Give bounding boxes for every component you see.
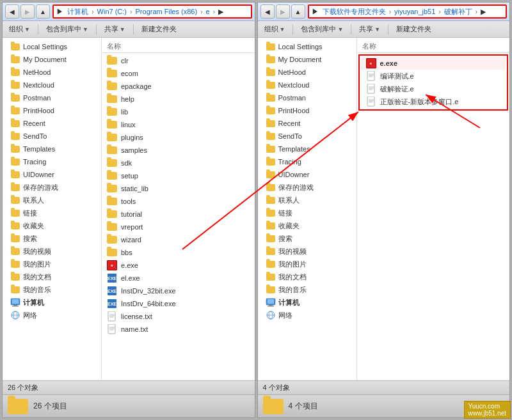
nav-pictures-left[interactable]: 我的图片 [3,258,101,270]
nav-documents-left[interactable]: 我的文档 [3,270,101,283]
nav-nextcloud-right[interactable]: Nextcloud [258,79,356,91]
file-crack-verify[interactable]: 破解验证.e [361,82,506,95]
address-text-right: ▶ 下载软件专用文件夹 › yiyuyan_jb51 › 破解补丁 › ▶ [312,7,486,17]
nav-search-right[interactable]: 搜索 [258,232,356,245]
nav-printhood-right[interactable]: PrintHood [258,104,356,117]
toolbar-share-left[interactable]: 共享 ▼ [102,23,128,35]
file-e-exe[interactable]: e e.exe [102,259,255,272]
nav-recent-left[interactable]: Recent [3,117,101,130]
forward-button-left[interactable]: ▶ [20,4,35,19]
file-static-lib[interactable]: static_lib [102,182,255,195]
nav-uidowner-left[interactable]: UIDowner [3,168,101,181]
nav-my-document-left[interactable]: My Document [3,53,101,66]
toolbar-library-left[interactable]: 包含到库中 ▼ [44,23,91,35]
file-instdrv32[interactable]: EXE InstDrv_32bit.exe [102,284,255,297]
file-ecom[interactable]: ecom [102,67,255,80]
svg-rect-13 [108,311,115,321]
file-bbs[interactable]: bbs [102,246,255,259]
nav-computer-right[interactable]: 计算机 [258,296,356,309]
file-license-verify[interactable]: 正版验证-新版本多窗口.e [361,95,506,108]
toolbar-newfolder-left[interactable]: 新建文件夹 [139,23,179,35]
nav-local-settings-left[interactable]: Local Settings [3,40,101,53]
nav-saved-games-right[interactable]: 保存的游戏 [258,181,356,194]
nav-network-right[interactable]: 网络 [258,309,356,322]
nav-favorites-right[interactable]: 收藏夹 [258,219,356,232]
file-e-exe-right[interactable]: e e.exe [361,57,506,70]
svg-rect-32 [367,84,374,93]
svg-rect-17 [108,324,115,334]
nav-nextcloud-left[interactable]: Nextcloud [3,79,101,91]
back-button-left[interactable]: ◀ [5,4,19,19]
nav-uidowner-right[interactable]: UIDowner [258,168,356,181]
nav-links-left[interactable]: 链接 [3,206,101,219]
toolbar-newfolder-right[interactable]: 新建文件夹 [394,23,434,35]
nav-templates-left[interactable]: Templates [3,143,101,155]
toolbar-library-right[interactable]: 包含到库中 ▼ [298,23,346,35]
file-el-exe[interactable]: EXE el.exe [102,272,255,284]
file-clr[interactable]: clr [102,54,255,67]
sep4 [292,24,293,35]
nav-favorites-left[interactable]: 收藏夹 [3,219,101,232]
nav-recent-right[interactable]: Recent [258,117,356,130]
forward-button-right[interactable]: ▶ [276,4,290,19]
nav-pane-left[interactable]: Local Settings My Document NetHood Nextc… [3,38,102,380]
nav-sendto-right[interactable]: SendTo [258,130,356,143]
file-epackage[interactable]: epackage [102,80,255,93]
file-tools[interactable]: tools [102,195,255,208]
nav-search-left[interactable]: 搜索 [3,232,101,245]
nav-tracing-right[interactable]: Tracing [258,155,356,168]
nav-music-right[interactable]: 我的音乐 [258,283,356,296]
file-help[interactable]: help [102,93,255,105]
bottom-area-left: 26 个项目 [3,394,255,417]
file-plugins[interactable]: plugins [102,131,255,144]
nav-my-document-right[interactable]: My Document [258,53,356,66]
nav-pictures-right[interactable]: 我的图片 [258,258,356,270]
nav-templates-right[interactable]: Templates [258,143,356,155]
file-tutorial[interactable]: tutorial [102,208,255,221]
nav-local-settings-right[interactable]: Local Settings [258,40,356,53]
status-bar-left: 26 个对象 [3,380,255,394]
toolbar-share-right[interactable]: 共享 ▼ [356,23,383,35]
nav-videos-right[interactable]: 我的视频 [258,245,356,258]
footer-text-right: 4 个项目 [289,401,318,412]
file-name[interactable]: name.txt [102,323,255,336]
file-lib[interactable]: lib [102,105,255,118]
nav-videos-left[interactable]: 我的视频 [3,245,101,258]
nav-network-left[interactable]: 网络 [3,309,101,322]
up-button-right[interactable]: ▲ [291,4,305,19]
nav-saved-games-left[interactable]: 保存的游戏 [3,181,101,194]
nav-contacts-left[interactable]: 联系人 [3,194,101,206]
nav-postman-left[interactable]: Postman [3,91,101,104]
up-button-left[interactable]: ▲ [36,4,50,19]
address-field-right[interactable]: ▶ 下载软件专用文件夹 › yiyuyan_jb51 › 破解补丁 › ▶ [308,4,508,19]
file-compile-test[interactable]: 编译测试.e [361,70,506,82]
file-license[interactable]: license.txt [102,310,255,323]
nav-nethood-left[interactable]: NetHood [3,66,101,79]
svg-text:EXE: EXE [108,276,116,281]
address-field-left[interactable]: ▶ 计算机 › Win7 (C:) › Program Files (x86) … [52,4,252,19]
file-setup[interactable]: setup [102,169,255,182]
toolbar-organize-right[interactable]: 组织 ▼ [262,23,288,35]
back-button-right[interactable]: ◀ [260,4,275,19]
file-linux[interactable]: linux [102,118,255,131]
file-wizard[interactable]: wizard [102,233,255,246]
nav-tracing-left[interactable]: Tracing [3,155,101,168]
file-vreport[interactable]: vreport [102,221,255,233]
nav-nethood-right[interactable]: NetHood [258,66,356,79]
nav-sendto-left[interactable]: SendTo [3,130,101,143]
nav-printhood-left[interactable]: PrintHood [3,104,101,117]
nav-contacts-right[interactable]: 联系人 [258,194,356,206]
file-instdrv64[interactable]: EXE InstDrv_64bit.exe [102,297,255,310]
nav-links-right[interactable]: 链接 [258,206,356,219]
file-list-header-right: 名称 [357,40,510,53]
nav-pane-right[interactable]: Local Settings My Document NetHood Nextc… [258,38,357,380]
nav-documents-right[interactable]: 我的文档 [258,270,356,283]
nav-music-left[interactable]: 我的音乐 [3,283,101,296]
toolbar-organize-left[interactable]: 组织 ▼ [6,23,33,35]
sep6 [388,24,388,35]
file-sdk[interactable]: sdk [102,157,255,169]
content-area-left: Local Settings My Document NetHood Nextc… [3,38,255,380]
file-samples[interactable]: samples [102,144,255,157]
nav-postman-right[interactable]: Postman [258,91,356,104]
nav-computer-left[interactable]: 计算机 [3,296,101,309]
